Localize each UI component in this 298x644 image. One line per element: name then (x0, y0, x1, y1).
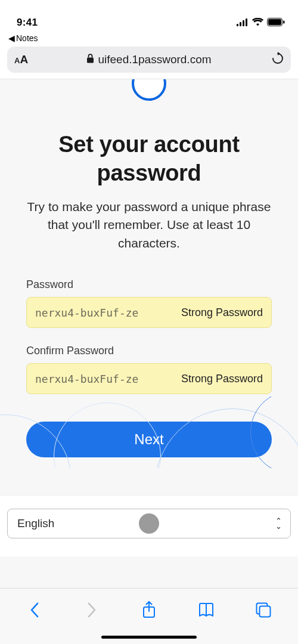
wifi-icon (252, 18, 263, 29)
select-stepper-icon: ⌃⌄ (275, 519, 282, 529)
svg-rect-6 (283, 21, 285, 24)
password-input[interactable]: nerxu4-buxFuf-ze Strong Password (26, 297, 272, 328)
bookmarks-button[interactable] (193, 597, 219, 623)
status-time: 9:41 (17, 17, 38, 29)
tabs-button[interactable] (250, 597, 277, 623)
confirm-password-field-group: Confirm Password nerxu4-buxFuf-ze Strong… (26, 345, 272, 394)
battery-icon (267, 18, 285, 29)
page-title: Set your account password (26, 131, 272, 187)
reader-text-size[interactable]: AA (14, 53, 28, 66)
nav-forward-button[interactable] (79, 597, 105, 623)
footer-zone: English ⌃⌄ (0, 495, 298, 556)
browser-toolbar (0, 588, 298, 644)
brand-logo (132, 79, 166, 102)
browser-chrome: AA uifeed.1password.com (0, 44, 298, 79)
address-bar[interactable]: AA uifeed.1password.com (7, 47, 291, 73)
svg-rect-5 (268, 19, 281, 25)
text-size-small-icon: A (14, 56, 20, 65)
confirm-password-input[interactable]: nerxu4-buxFuf-ze Strong Password (26, 363, 272, 394)
language-select[interactable]: English ⌃⌄ (7, 509, 291, 538)
confirm-password-label: Confirm Password (26, 345, 272, 357)
page-subtitle: Try to make your password a unique phras… (26, 198, 272, 252)
reload-button[interactable] (272, 52, 284, 68)
confirm-password-value: nerxu4-buxFuf-ze (35, 373, 174, 385)
confirm-password-strength-label: Strong Password (179, 373, 263, 385)
password-value: nerxu4-buxFuf-ze (35, 306, 174, 319)
svg-rect-1 (240, 22, 241, 26)
text-size-large-icon: A (20, 53, 28, 66)
back-app-label: Notes (16, 33, 38, 43)
svg-rect-10 (260, 606, 271, 617)
svg-rect-3 (246, 18, 247, 26)
status-icons (237, 18, 285, 29)
lock-icon (86, 53, 94, 66)
language-value: English (17, 517, 54, 530)
password-label: Password (26, 278, 272, 291)
page-content: Set your account password Try to make yo… (0, 79, 298, 564)
back-to-app[interactable]: ◀ Notes (0, 32, 298, 44)
password-field-group: Password nerxu4-buxFuf-ze Strong Passwor… (26, 278, 272, 328)
share-button[interactable] (136, 597, 162, 623)
nav-back-button[interactable] (21, 597, 48, 623)
back-chevron-icon: ◀ (8, 33, 15, 43)
cellular-icon (237, 18, 249, 29)
url-text: uifeed.1password.com (98, 53, 211, 66)
home-indicator[interactable] (101, 636, 197, 639)
status-bar: 9:41 (0, 0, 298, 32)
svg-rect-0 (237, 24, 238, 26)
svg-rect-2 (243, 20, 244, 26)
svg-rect-7 (87, 58, 94, 63)
url-display: uifeed.1password.com (7, 53, 291, 66)
next-button[interactable]: Next (26, 422, 272, 457)
password-strength-label: Strong Password (179, 306, 263, 319)
cursor-indicator-icon (139, 513, 159, 534)
